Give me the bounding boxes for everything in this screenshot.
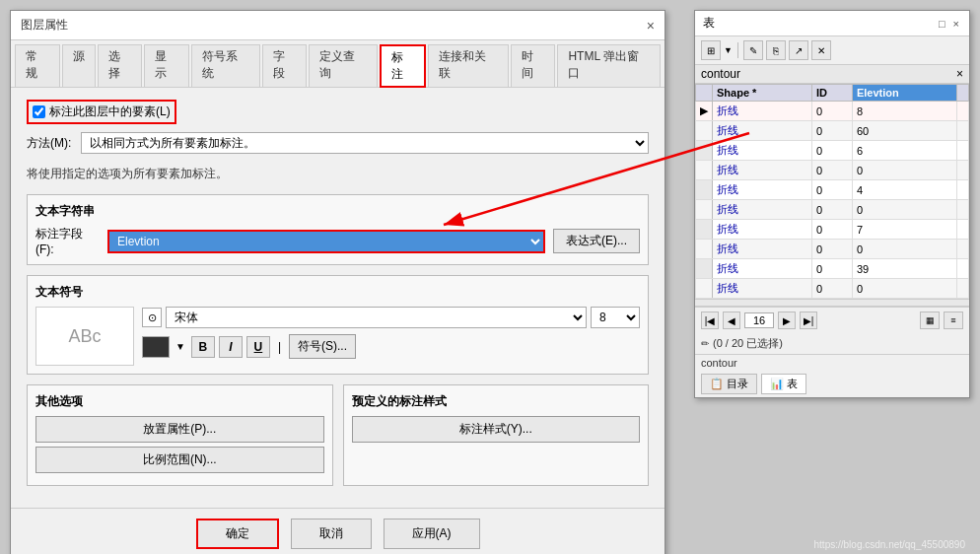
cell-shape: 折线 xyxy=(713,259,812,279)
placement-button[interactable]: 放置属性(P)... xyxy=(35,416,324,443)
layer-properties-dialog: 图层属性 × 常规 源 选择 显示 符号系统 字段 定义查询 标注 连接和关联 … xyxy=(10,10,665,554)
cell-id: 0 xyxy=(812,102,853,121)
cell-elev: 60 xyxy=(852,121,956,141)
cell-extra xyxy=(957,259,969,279)
dialog-content: 标注此图层中的要素(L) 方法(M): 以相同方式为所有要素加标注。 将使用指定… xyxy=(11,88,665,508)
italic-button[interactable]: I xyxy=(219,336,243,358)
toolbar-delete-icon[interactable]: ✕ xyxy=(811,40,831,60)
font-select[interactable]: 宋体 xyxy=(166,307,587,328)
expression-button[interactable]: 表达式(E)... xyxy=(553,229,640,253)
cell-id: 0 xyxy=(812,121,853,141)
label-features-row: 标注此图层中的要素(L) xyxy=(27,100,176,124)
table-bottom: contour 📋 目录 📊 表 xyxy=(695,354,969,397)
tab-display[interactable]: 显示 xyxy=(144,44,189,87)
table-icon: 📊 xyxy=(770,378,784,390)
grid-view-button[interactable]: ▦ xyxy=(920,312,940,329)
table-close-x[interactable]: × xyxy=(956,67,963,81)
predef-title: 预定义的标注样式 xyxy=(352,393,641,410)
table-close-icon[interactable]: × xyxy=(951,18,961,30)
cell-shape: 折线 xyxy=(713,121,812,141)
label-features-checkbox[interactable] xyxy=(33,105,45,118)
scale-range-button[interactable]: 比例范围(N)... xyxy=(35,447,324,473)
row-marker xyxy=(696,200,713,220)
dialog-footer: 确定 取消 应用(A) xyxy=(11,508,665,554)
col-elevtion-header: Elevtion xyxy=(852,85,956,102)
table-controls: □ × xyxy=(937,18,961,30)
bold-button[interactable]: B xyxy=(191,336,215,358)
method-select[interactable]: 以相同方式为所有要素加标注。 xyxy=(81,132,649,154)
tab-source[interactable]: 源 xyxy=(62,44,96,87)
tabs-bar: 常规 源 选择 显示 符号系统 字段 定义查询 标注 连接和关联 时间 HTML… xyxy=(11,40,665,88)
tab-table[interactable]: 📊 表 xyxy=(761,374,806,394)
catalog-icon: 📋 xyxy=(710,378,724,390)
data-table: Shape * ID Elevtion ▶ 折线 0 8 折线 0 60 折线 … xyxy=(695,84,969,299)
tab-joins[interactable]: 连接和关联 xyxy=(428,44,508,87)
underline-button[interactable]: U xyxy=(246,336,270,358)
row-marker xyxy=(696,259,713,279)
tab-fields[interactable]: 字段 xyxy=(262,44,308,87)
toolbar-edit-icon[interactable]: ✎ xyxy=(743,40,763,60)
table-nav: |◀ ◀ ▶ ▶| ▦ ≡ xyxy=(695,307,969,333)
row-marker xyxy=(696,279,713,299)
table-row: ▶ 折线 0 8 xyxy=(696,102,969,121)
symbol-controls: ⊙ 宋体 8 ▼ B I U xyxy=(142,307,640,366)
toolbar-separator-1 xyxy=(737,42,738,58)
row-marker xyxy=(696,141,713,161)
h-scrollbar[interactable] xyxy=(695,299,969,307)
nav-prev-button[interactable]: ◀ xyxy=(723,312,740,329)
cell-shape: 折线 xyxy=(713,180,812,200)
toolbar-copy-icon[interactable]: ⎘ xyxy=(766,40,786,60)
close-icon[interactable]: × xyxy=(647,18,655,34)
tab-general[interactable]: 常规 xyxy=(15,44,60,87)
cell-elev: 7 xyxy=(852,220,956,240)
nav-next-button[interactable]: ▶ xyxy=(778,312,796,329)
tab-catalog[interactable]: 📋 目录 xyxy=(701,374,757,394)
minimize-icon[interactable]: □ xyxy=(937,18,947,30)
table-scroll-area[interactable]: Shape * ID Elevtion ▶ 折线 0 8 折线 0 60 折线 … xyxy=(695,84,969,299)
label-field-row: 标注字段(F): Elevtion 表达式(E)... xyxy=(35,226,640,256)
symbol-button[interactable]: 符号(S)... xyxy=(289,334,356,359)
table-row: 折线 0 0 xyxy=(696,279,969,299)
size-select[interactable]: 8 xyxy=(591,307,640,328)
dialog-titlebar: 图层属性 × xyxy=(11,11,665,40)
ok-button[interactable]: 确定 xyxy=(196,519,279,549)
cell-id: 0 xyxy=(812,279,853,299)
watermark: https://blog.csdn.net/qq_45500890 xyxy=(814,539,965,550)
method-row: 方法(M): 以相同方式为所有要素加标注。 xyxy=(27,132,649,154)
tab-select[interactable]: 选择 xyxy=(98,44,143,87)
tab-time[interactable]: 时间 xyxy=(511,44,556,87)
cell-extra xyxy=(957,220,969,240)
cancel-button[interactable]: 取消 xyxy=(291,519,372,549)
tab-symbology[interactable]: 符号系统 xyxy=(191,44,259,87)
cell-id: 0 xyxy=(812,180,853,200)
edit-pencil-icon: ✏ xyxy=(701,338,709,349)
text-symbol-title: 文本符号 xyxy=(35,284,640,301)
col-shape-header: Shape * xyxy=(713,85,812,102)
tab-html-popup[interactable]: HTML 弹出窗口 xyxy=(557,44,661,87)
toolbar-export-icon[interactable]: ↗ xyxy=(789,40,808,60)
col-marker-header xyxy=(696,85,713,102)
cell-shape: 折线 xyxy=(713,102,812,121)
list-view-button[interactable]: ≡ xyxy=(944,312,963,329)
label-field-select[interactable]: Elevtion xyxy=(107,230,545,253)
color-button[interactable] xyxy=(142,336,170,358)
tab-definition-query[interactable]: 定义查询 xyxy=(309,44,377,87)
color-dropdown-icon[interactable]: ▼ xyxy=(175,341,185,352)
table-label: 表 xyxy=(787,377,798,391)
nav-page-input[interactable] xyxy=(744,312,774,328)
label-style-button[interactable]: 标注样式(Y)... xyxy=(352,416,641,443)
cell-elev: 0 xyxy=(852,279,956,299)
cell-shape: 折线 xyxy=(713,161,812,180)
cell-id: 0 xyxy=(812,220,853,240)
apply-button[interactable]: 应用(A) xyxy=(384,519,480,549)
nav-last-button[interactable]: ▶| xyxy=(800,312,817,329)
nav-first-button[interactable]: |◀ xyxy=(701,312,719,329)
cell-shape: 折线 xyxy=(713,141,812,161)
row-marker xyxy=(696,121,713,141)
table-bottom-name: contour xyxy=(695,355,969,371)
tab-labels[interactable]: 标注 xyxy=(380,44,427,88)
table-row: 折线 0 0 xyxy=(696,240,969,259)
row-marker xyxy=(696,161,713,180)
cell-shape: 折线 xyxy=(713,220,812,240)
toolbar-add-icon[interactable]: ⊞ xyxy=(701,40,721,60)
